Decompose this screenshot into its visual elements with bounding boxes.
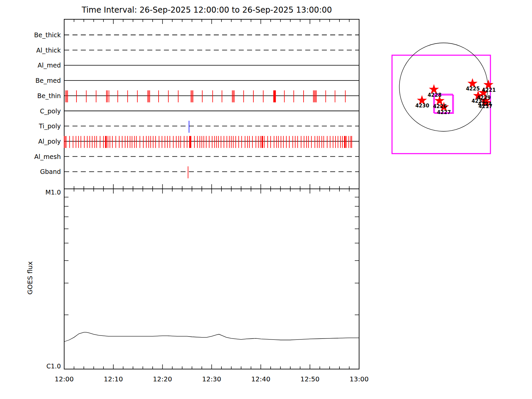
- time-tick-label-1210: 12:10: [104, 375, 123, 383]
- filter-panel-border: [64, 19, 359, 189]
- time-tick-label-1230: 12:30: [202, 375, 221, 383]
- active-region-label-4227: 4227: [437, 109, 451, 115]
- active-region-label-4226: 4226: [433, 103, 447, 109]
- active-region-label-4225: 4225: [466, 86, 480, 92]
- filter-label-al_mesh: Al_mesh: [34, 153, 61, 160]
- filter-label-gband: Gband: [40, 168, 61, 175]
- goes-ytop-label: M1.0: [45, 189, 61, 196]
- goes-panel-border: [64, 189, 359, 369]
- time-tick-label-1220: 12:20: [153, 375, 172, 383]
- filter-label-al_med: Al_med: [38, 62, 61, 69]
- filter-label-ti_poly: Ti_poly: [39, 122, 61, 130]
- plot-canvas: 4228423042264227422542214229423142244217: [0, 0, 532, 399]
- filter-label-al_poly: Al_poly: [38, 138, 61, 145]
- time-tick-label-1240: 12:40: [251, 375, 271, 383]
- active-region-label-4221: 4221: [482, 87, 496, 93]
- goes-yaxis-title: GOES flux: [26, 261, 34, 295]
- filter-label-al_thick: Al_thick: [36, 47, 61, 54]
- goes-ybottom-label: C1.0: [47, 362, 61, 370]
- active-region-label-4230: 4230: [415, 103, 429, 109]
- active-region-label-4228: 4228: [428, 92, 442, 98]
- filter-label-c_poly: C_poly: [40, 107, 61, 115]
- time-tick-label-1300: 13:00: [349, 375, 369, 383]
- time-tick-label-1250: 12:50: [300, 375, 320, 383]
- filter-label-be_thin: Be_thin: [37, 92, 61, 99]
- time-tick-label-1200: 12:00: [55, 375, 74, 383]
- plot-root: Time Interval: 26-Sep-2025 12:00:00 to 2…: [0, 0, 532, 399]
- active-region-label-4217: 4217: [478, 103, 492, 109]
- filter-label-be_thick: Be_thick: [34, 31, 61, 39]
- goes-flux-curve: [64, 332, 359, 341]
- filter-label-be_med: Be_med: [36, 77, 61, 84]
